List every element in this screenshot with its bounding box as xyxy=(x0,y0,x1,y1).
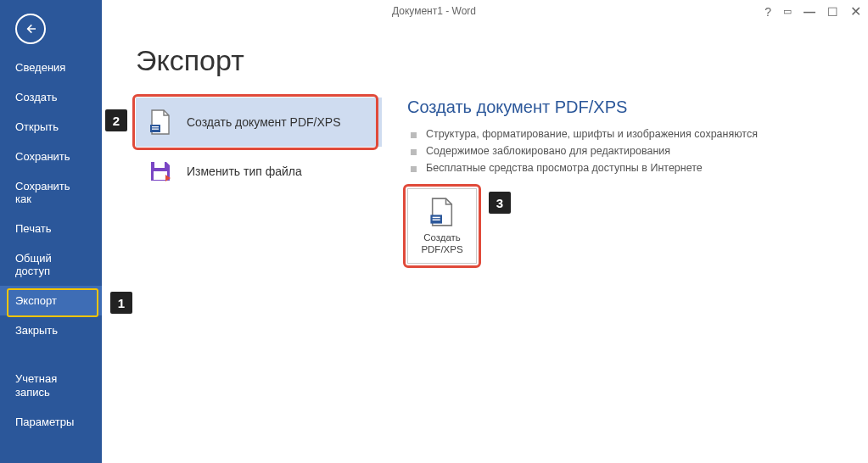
detail-bullet: Содержимое заблокировано для редактирова… xyxy=(407,142,843,159)
page-title: Экспорт xyxy=(136,44,843,77)
create-pdfxps-button[interactable]: Создать PDF/XPS xyxy=(407,188,477,264)
create-pdfxps-label-1: Создать xyxy=(412,232,473,243)
sidebar-item-close[interactable]: Закрыть xyxy=(0,315,102,345)
detail-title: Создать документ PDF/XPS xyxy=(407,98,843,117)
detail-bullets: Структура, форматирование, шрифты и изоб… xyxy=(407,126,843,176)
tutorial-badge-3: 3 xyxy=(489,192,511,214)
help-icon[interactable]: ? xyxy=(764,5,771,19)
sidebar-item-open[interactable]: Открыть xyxy=(0,112,102,142)
sidebar-item-new[interactable]: Создать xyxy=(0,82,102,112)
titlebar: Документ1 - Word ? ▭ — ☐ ✕ Вход xyxy=(0,0,868,27)
sidebar-item-label: Сохранить как xyxy=(15,180,70,205)
create-pdfxps-label-2: PDF/XPS xyxy=(412,243,473,255)
document-title: Документ1 - Word xyxy=(392,5,476,17)
sidebar-item-label: Закрыть xyxy=(15,324,58,337)
close-window-icon[interactable]: ✕ xyxy=(850,3,861,20)
export-option-label: Создать документ PDF/XPS xyxy=(187,115,341,129)
save-as-type-icon xyxy=(148,159,173,184)
sidebar-item-label: Общий доступ xyxy=(15,252,52,277)
sidebar-item-label: Параметры xyxy=(15,416,74,428)
detail-bullet: Структура, форматирование, шрифты и изоб… xyxy=(407,126,843,142)
tutorial-badge-1: 1 xyxy=(110,292,132,314)
export-option-changetype[interactable]: Изменить тип файла xyxy=(136,147,382,196)
arrow-left-icon xyxy=(24,22,37,36)
maximize-icon[interactable]: ☐ xyxy=(827,5,838,19)
sidebar-item-export[interactable]: Экспорт xyxy=(0,286,102,315)
sidebar-item-account[interactable]: Учетная запись xyxy=(0,364,102,407)
export-option-pdfxps[interactable]: Создать документ PDF/XPS xyxy=(136,98,382,147)
detail-bullet: Бесплатные средства просмотра доступны в… xyxy=(407,159,843,176)
sidebar-item-label: Сведения xyxy=(15,61,65,74)
sidebar-item-share[interactable]: Общий доступ xyxy=(0,243,102,286)
minimize-icon[interactable]: — xyxy=(804,5,815,19)
svg-rect-1 xyxy=(152,126,159,127)
export-detail: Создать документ PDF/XPS Структура, форм… xyxy=(407,98,843,264)
svg-rect-7 xyxy=(433,220,440,220)
sidebar-item-label: Сохранить xyxy=(15,150,70,163)
main-content: Экспорт 2 Создать документ PDF/XPS Измен… xyxy=(102,27,868,463)
svg-rect-4 xyxy=(154,171,167,180)
backstage-sidebar: Сведения Создать Открыть Сохранить Сохра… xyxy=(0,0,102,463)
svg-rect-6 xyxy=(433,217,440,218)
sidebar-item-label: Учетная запись xyxy=(15,372,57,399)
sidebar-item-info[interactable]: Сведения xyxy=(0,53,102,82)
sidebar-item-label: Экспорт xyxy=(15,294,57,307)
sidebar-separator xyxy=(0,345,102,364)
svg-rect-2 xyxy=(152,129,159,130)
tutorial-badge-2: 2 xyxy=(105,109,127,131)
window-controls: ? ▭ — ☐ ✕ xyxy=(764,3,861,20)
export-options: 2 Создать документ PDF/XPS Изменить тип … xyxy=(136,98,382,196)
sidebar-item-save[interactable]: Сохранить xyxy=(0,142,102,171)
sidebar-item-saveas[interactable]: Сохранить как xyxy=(0,171,102,214)
pdfxps-large-icon xyxy=(412,198,473,226)
export-option-label: Изменить тип файла xyxy=(187,165,302,178)
pdfxps-document-icon xyxy=(148,109,173,135)
back-button[interactable] xyxy=(15,14,46,44)
svg-rect-3 xyxy=(154,162,165,168)
ribbon-toggle-icon[interactable]: ▭ xyxy=(783,6,792,17)
sidebar-item-label: Создать xyxy=(15,91,57,103)
sidebar-item-label: Открыть xyxy=(15,120,59,133)
sidebar-item-print[interactable]: Печать xyxy=(0,214,102,243)
sidebar-item-options[interactable]: Параметры xyxy=(0,407,102,437)
sidebar-item-label: Печать xyxy=(15,222,52,235)
